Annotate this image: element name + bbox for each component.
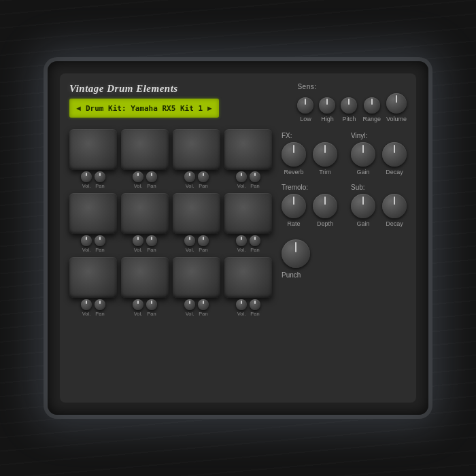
- pad-7-vol-label: Vol.: [186, 247, 194, 253]
- sub-gain-knob[interactable]: [351, 194, 375, 218]
- pad-9-pan-col: Pan: [95, 299, 105, 317]
- pad-11[interactable]: [173, 257, 220, 298]
- pad-10-pan-label: Pan: [147, 311, 156, 317]
- pad-10-pan-col: Pan: [146, 299, 157, 317]
- pad-11-pan-col: Pan: [198, 299, 209, 317]
- pad-col-7: Vol. Pan: [173, 193, 220, 253]
- pad-1[interactable]: [69, 129, 117, 170]
- pad-7-vol-col: Vol.: [184, 235, 195, 253]
- fx-trim-knob[interactable]: [313, 142, 337, 167]
- pad-8-pan-label: Pan: [250, 247, 259, 253]
- tremolo-sub-row: Tremolo: Rate Depth: [282, 184, 407, 227]
- pad-9-pan-knob[interactable]: [95, 299, 105, 310]
- pad-9[interactable]: [69, 257, 117, 298]
- pad-12-controls: Vol. Pan: [236, 299, 260, 317]
- lcd-text: Drum Kit: Yamaha RX5 Kit 1: [82, 104, 206, 113]
- pad-4-pan-label: Pan: [250, 183, 259, 189]
- lcd-left-arrow[interactable]: ◄: [75, 104, 82, 112]
- sub-decay-label: Decay: [386, 220, 403, 227]
- pad-12-vol-knob[interactable]: [236, 299, 247, 310]
- vinyl-gain-knob[interactable]: [351, 142, 375, 167]
- pad-12-pan-label: Pan: [250, 311, 259, 317]
- pad-7-pan-label: Pan: [199, 247, 207, 253]
- pad-2[interactable]: [121, 129, 169, 170]
- pad-1-vol-col: Vol.: [81, 171, 92, 189]
- pad-col-12: Vol. Pan: [224, 257, 272, 317]
- pad-5-pan-label: Pan: [95, 247, 104, 253]
- device-inner: Vintage Drum Elements ◄ Drum Kit: Yamaha…: [60, 73, 416, 403]
- pad-1-pan-knob[interactable]: [95, 171, 105, 182]
- pad-5-pan-knob[interactable]: [95, 235, 105, 246]
- pad-12-pan-knob[interactable]: [250, 299, 260, 310]
- trem-rate-knob[interactable]: [282, 194, 306, 218]
- pad-11-vol-col: Vol.: [184, 299, 195, 317]
- pad-8-vol-knob[interactable]: [236, 235, 247, 246]
- pad-7-vol-knob[interactable]: [184, 235, 195, 246]
- pad-1-pan-col: Pan: [95, 171, 105, 189]
- pad-10[interactable]: [121, 257, 169, 298]
- trem-depth-col: Depth: [313, 194, 337, 227]
- fx-reverb-knob[interactable]: [282, 142, 306, 167]
- pad-2-vol-knob[interactable]: [133, 171, 143, 182]
- top-row: Vintage Drum Elements ◄ Drum Kit: Yamaha…: [69, 83, 407, 122]
- vinyl-decay-knob[interactable]: [382, 142, 407, 167]
- pad-4-vol-knob[interactable]: [236, 171, 247, 182]
- pad-11-vol-knob[interactable]: [184, 299, 195, 310]
- pad-11-pan-knob[interactable]: [198, 299, 209, 310]
- sens-low-label: Low: [300, 116, 311, 122]
- vinyl-label: Vinyl:: [351, 132, 407, 139]
- pad-3-pan-knob[interactable]: [198, 171, 209, 182]
- pad-row-2: Vol. Pan: [69, 193, 272, 253]
- pad-3-pan-label: Pan: [199, 183, 207, 189]
- sens-volume-knob[interactable]: [386, 93, 407, 114]
- device-body: Vintage Drum Elements ◄ Drum Kit: Yamaha…: [48, 61, 428, 415]
- pad-col-4: Vol. Pan: [224, 129, 272, 189]
- pad-4[interactable]: [224, 129, 272, 170]
- vinyl-knobs-row: Gain Decay: [351, 142, 407, 175]
- pad-7-pan-knob[interactable]: [198, 235, 209, 246]
- vinyl-group: Vinyl: Gain Decay: [351, 132, 407, 175]
- trem-depth-knob[interactable]: [313, 194, 337, 218]
- sens-range-col: Range: [362, 97, 381, 122]
- pad-10-pan-knob[interactable]: [146, 299, 157, 310]
- punch-knob[interactable]: [282, 239, 310, 268]
- sub-group: Sub: Gain Decay: [351, 184, 407, 227]
- sens-pitch-knob[interactable]: [341, 97, 357, 114]
- pad-7[interactable]: [173, 193, 220, 234]
- pad-5[interactable]: [69, 193, 117, 234]
- pads-section: Vol. Pan: [69, 129, 272, 393]
- pad-10-vol-knob[interactable]: [133, 299, 143, 310]
- controls-right: FX: Reverb Trim: [282, 129, 407, 393]
- pad-6-vol-knob[interactable]: [133, 235, 143, 246]
- pad-6[interactable]: [121, 193, 169, 234]
- pad-5-vol-knob[interactable]: [81, 235, 92, 246]
- pad-4-controls: Vol. Pan: [236, 171, 260, 189]
- pad-4-pan-knob[interactable]: [250, 171, 260, 182]
- sens-range-knob[interactable]: [364, 97, 380, 114]
- pad-9-controls: Vol. Pan: [81, 299, 105, 317]
- fx-vinyl-row: FX: Reverb Trim: [282, 132, 407, 175]
- vinyl-gain-col: Gain: [351, 142, 375, 175]
- sens-low-col: Low: [297, 97, 313, 122]
- pad-8-vol-label: Vol.: [237, 247, 246, 253]
- sens-pitch-col: Pitch: [341, 97, 357, 122]
- pad-9-vol-knob[interactable]: [81, 299, 92, 310]
- pad-2-vol-col: Vol.: [133, 171, 143, 189]
- pads-grid-row-1: Vol. Pan: [69, 129, 272, 189]
- pad-2-pan-knob[interactable]: [146, 171, 157, 182]
- pad-8-pan-knob[interactable]: [250, 235, 260, 246]
- sens-pitch-label: Pitch: [342, 116, 356, 122]
- pad-3-vol-knob[interactable]: [184, 171, 195, 182]
- lcd-right-arrow[interactable]: ►: [206, 104, 214, 112]
- pad-3[interactable]: [173, 129, 220, 170]
- sens-high-knob[interactable]: [319, 97, 335, 114]
- sub-decay-knob[interactable]: [382, 194, 407, 218]
- pad-8[interactable]: [224, 193, 272, 234]
- pad-6-pan-knob[interactable]: [146, 235, 157, 246]
- pad-12-vol-col: Vol.: [236, 299, 247, 317]
- sens-low-knob[interactable]: [297, 97, 313, 114]
- pad-col-8: Vol. Pan: [224, 193, 272, 253]
- pad-1-vol-knob[interactable]: [81, 171, 92, 182]
- pad-11-controls: Vol. Pan: [184, 299, 209, 317]
- pad-12[interactable]: [224, 257, 272, 298]
